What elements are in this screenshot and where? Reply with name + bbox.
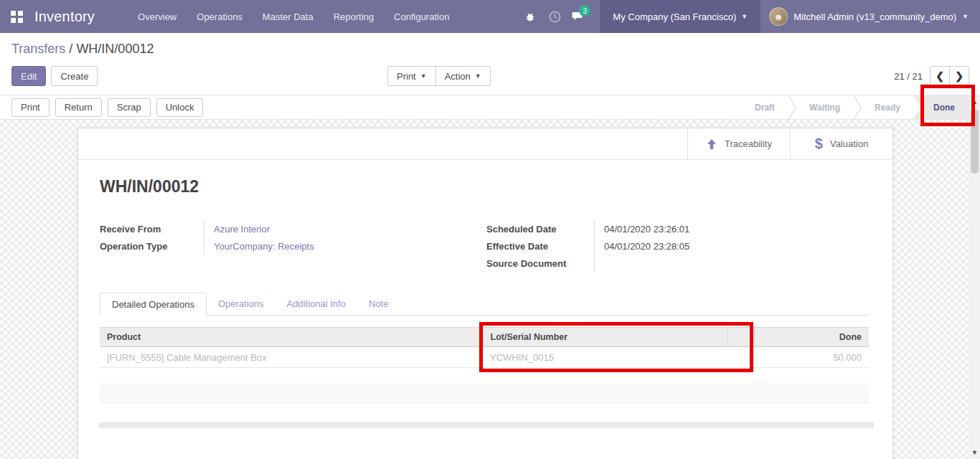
user-menu[interactable]: ☻ Mitchell Admin (v13_community_demo) ▼ xyxy=(760,0,980,33)
traceability-label: Traceability xyxy=(725,138,772,149)
grid-icon xyxy=(11,11,23,23)
messages-icon[interactable]: 3 xyxy=(567,0,591,33)
column-header-empty xyxy=(727,328,754,347)
scrollbar-thumb[interactable] xyxy=(971,109,979,174)
odoo-inventory-screen: Inventory Overview Operations Master Dat… xyxy=(0,0,980,459)
valuation-label: Valuation xyxy=(830,138,868,149)
breadcrumb-separator: / xyxy=(65,42,76,56)
pager-next-button[interactable]: ❯ xyxy=(949,66,969,86)
pager-counter: 21 / 21 xyxy=(894,71,923,82)
field-value-operation-type[interactable]: YourCompany: Receipts xyxy=(204,237,458,255)
chevron-down-icon: ▼ xyxy=(475,72,481,80)
field-label-effective-date: Effective Date xyxy=(486,237,594,255)
status-step-waiting[interactable]: Waiting xyxy=(796,95,853,119)
tab-note[interactable]: Note xyxy=(357,293,400,315)
message-count-badge: 3 xyxy=(579,5,590,16)
print-button[interactable]: Print xyxy=(11,98,50,117)
field-value-scheduled-date: 04/01/2020 23:26:01 xyxy=(594,220,859,237)
control-panel: Transfers / WH/IN/00012 Edit Create Prin… xyxy=(0,33,980,95)
list-footer-bar xyxy=(99,422,874,428)
action-dropdown-button[interactable]: Action▼ xyxy=(435,66,491,86)
app-name[interactable]: Inventory xyxy=(33,0,105,33)
apps-menu-icon[interactable] xyxy=(0,0,33,33)
chevron-down-icon: ▼ xyxy=(420,72,427,80)
status-step-ready[interactable]: Ready xyxy=(862,95,913,119)
company-switcher[interactable]: My Company (San Francisco) ▼ xyxy=(600,0,760,33)
field-value-source-document xyxy=(594,255,859,272)
company-name: My Company (San Francisco) xyxy=(613,11,736,22)
cell-product: [FURN_5555] Cable Management Box xyxy=(100,347,483,368)
field-group-right: Scheduled Date 04/01/2020 23:26:01 Effec… xyxy=(486,220,859,272)
table-row[interactable]: [FURN_5555] Cable Management Box YCWHIN_… xyxy=(100,347,869,368)
table-header-row: Product Lot/Serial Number Done xyxy=(100,328,869,347)
navbar-right: 3 My Company (San Francisco) ▼ ☻ Mitchel… xyxy=(518,0,980,33)
step-chevron-icon xyxy=(853,95,862,119)
print-dropdown-button[interactable]: Print▼ xyxy=(387,66,436,86)
field-label-receive-from: Receive From xyxy=(100,220,204,237)
field-group-left: Receive From Azure Interior Operation Ty… xyxy=(100,220,458,255)
user-name: Mitchell Admin (v13_community_demo) xyxy=(793,11,956,22)
form-sheet: Traceability $ Valuation WH/IN/00012 Rec… xyxy=(77,128,893,459)
scrap-button[interactable]: Scrap xyxy=(108,98,151,117)
breadcrumb-transfers-link[interactable]: Transfers xyxy=(11,42,65,56)
create-button[interactable]: Create xyxy=(51,66,98,86)
status-steps: Draft Waiting Ready Done xyxy=(742,95,969,119)
scroll-up-icon[interactable]: ▲ xyxy=(969,96,980,107)
notebook-tabs: Detailed Operations Operations Additiona… xyxy=(100,293,869,316)
valuation-button[interactable]: $ Valuation xyxy=(790,128,892,159)
menu-reporting[interactable]: Reporting xyxy=(324,0,384,33)
unlock-button[interactable]: Unlock xyxy=(156,98,204,117)
debug-bug-icon[interactable] xyxy=(518,0,542,33)
breadcrumb: Transfers / WH/IN/00012 xyxy=(11,42,154,57)
field-label-scheduled-date: Scheduled Date xyxy=(486,220,594,237)
step-chevron-icon xyxy=(788,95,796,119)
statusbar: Print Return Scrap Unlock Draft Waiting … xyxy=(0,95,969,120)
cell-lot-serial: YCWHIN_0015 xyxy=(483,347,727,368)
top-navbar: Inventory Overview Operations Master Dat… xyxy=(0,0,980,33)
field-label-operation-type: Operation Type xyxy=(100,237,204,255)
scroll-down-icon[interactable]: ▼ xyxy=(969,447,980,458)
activities-clock-icon[interactable] xyxy=(542,0,567,33)
traceability-button[interactable]: Traceability xyxy=(687,128,790,159)
column-header-done[interactable]: Done xyxy=(754,328,869,347)
status-step-draft[interactable]: Draft xyxy=(742,95,788,119)
arrow-up-icon xyxy=(706,138,717,150)
menu-overview[interactable]: Overview xyxy=(128,0,187,33)
avatar: ☻ xyxy=(769,7,788,26)
main-menu: Overview Operations Master Data Reportin… xyxy=(128,0,459,33)
chevron-down-icon: ▼ xyxy=(741,13,748,20)
cell-empty xyxy=(727,347,754,368)
return-button[interactable]: Return xyxy=(55,98,102,117)
menu-operations[interactable]: Operations xyxy=(187,0,253,33)
empty-list-stripe xyxy=(100,384,869,403)
column-header-lot-serial[interactable]: Lot/Serial Number xyxy=(483,328,727,347)
detailed-operations-table: Product Lot/Serial Number Done [FURN_555… xyxy=(100,327,869,368)
field-label-source-document: Source Document xyxy=(486,255,594,272)
vertical-scrollbar[interactable]: ▲ ▼ xyxy=(969,95,980,459)
menu-master-data[interactable]: Master Data xyxy=(253,0,324,33)
dollar-icon: $ xyxy=(815,136,823,152)
tab-operations[interactable]: Operations xyxy=(207,293,275,315)
chevron-down-icon: ▼ xyxy=(962,13,969,20)
document-title: WH/IN/00012 xyxy=(100,177,199,197)
tab-additional-info[interactable]: Additional Info xyxy=(275,293,357,315)
column-header-product[interactable]: Product xyxy=(100,328,483,347)
status-step-done[interactable]: Done xyxy=(913,95,969,119)
field-value-receive-from[interactable]: Azure Interior xyxy=(204,220,458,237)
pager-previous-button[interactable]: ❮ xyxy=(930,66,950,86)
menu-configuration[interactable]: Configuration xyxy=(384,0,459,33)
breadcrumb-current: WH/IN/00012 xyxy=(76,42,154,56)
tab-detailed-operations[interactable]: Detailed Operations xyxy=(100,293,207,316)
edit-button[interactable]: Edit xyxy=(11,66,46,86)
stat-button-box: Traceability $ Valuation xyxy=(78,128,892,160)
cell-done: 50.000 xyxy=(754,347,869,368)
field-value-effective-date: 04/01/2020 23:28:05 xyxy=(594,237,859,255)
